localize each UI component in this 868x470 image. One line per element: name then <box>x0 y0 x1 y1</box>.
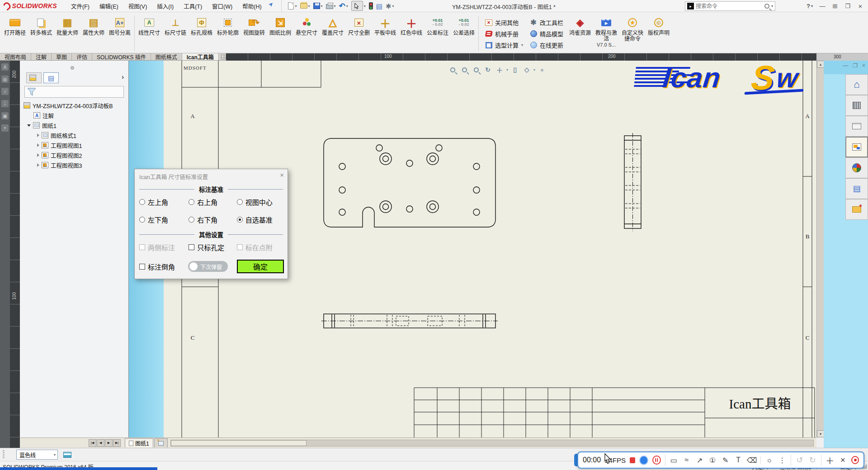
tree-filter-box[interactable] <box>24 86 124 98</box>
search-icon[interactable] <box>764 4 769 9</box>
number-split-button[interactable]: A+图号分离 <box>107 15 133 36</box>
maximize-button[interactable]: ⊞ <box>829 1 841 11</box>
spotlight-icon[interactable]: ☼ <box>765 456 774 464</box>
open-path-button[interactable]: 打开路径 <box>2 15 28 36</box>
file-explorer-tab[interactable] <box>845 116 868 137</box>
doc-restore-icon[interactable]: ❐ <box>853 62 858 69</box>
radio-icon[interactable] <box>189 217 194 223</box>
undo-button[interactable]: ↶▾ <box>338 1 349 11</box>
view-orientation-icon[interactable]: ◇ <box>522 65 532 74</box>
tab-sheet-format[interactable]: 图纸格式 <box>151 53 182 60</box>
checkbox-icon[interactable] <box>139 264 145 270</box>
stop-record-icon[interactable] <box>630 457 635 463</box>
balloon-tool-icon[interactable]: ◍ <box>1 76 9 83</box>
note-tool-icon[interactable]: A <box>1 63 9 71</box>
radio-top-left[interactable]: 左上角 <box>139 197 187 207</box>
redo-annotate-icon[interactable]: ↻ <box>808 455 817 465</box>
property-tab[interactable]: ▤ <box>43 72 59 83</box>
radio-custom-datum[interactable]: 自选基准 <box>237 215 285 224</box>
rebuild-button[interactable] <box>368 1 374 11</box>
floating-dim-button[interactable]: 悬空尺寸 <box>293 15 320 36</box>
expanded-arrow-icon[interactable] <box>27 124 31 127</box>
check-near-point[interactable]: 标在点附 <box>237 242 285 252</box>
line-style-dropdown[interactable]: 蓝色线▾ <box>16 450 58 460</box>
radio-view-center[interactable]: 视图中心 <box>237 197 285 207</box>
tab-sketch[interactable]: 草图 <box>52 53 72 60</box>
radio-bottom-right[interactable]: 右下角 <box>189 215 236 224</box>
pin-icon[interactable]: ➤ <box>267 0 279 12</box>
radio-selected-icon[interactable] <box>237 217 243 223</box>
tree-item-sheet-format1[interactable]: 图纸格式1 <box>20 130 128 140</box>
radio-icon[interactable] <box>139 217 145 223</box>
premium-models-button[interactable]: 精品模型 <box>528 28 565 39</box>
next-sheet-button[interactable]: ▶ <box>105 439 113 447</box>
radio-icon[interactable] <box>139 199 145 205</box>
more-options-icon[interactable]: ⋮ <box>778 456 787 465</box>
arrow-annotate-icon[interactable]: ↗ <box>695 456 704 465</box>
doc-close-icon[interactable]: × <box>862 62 865 69</box>
toggle-knob[interactable] <box>189 262 198 271</box>
linear-dim-button[interactable]: A线性尺寸 <box>136 15 162 36</box>
tree-item-drawing-view1[interactable]: 工程图视图1 <box>20 140 128 150</box>
scroll-up-icon[interactable]: ▲ <box>817 61 824 68</box>
move-toolbar-icon[interactable]: ＋ <box>826 454 835 466</box>
help-button[interactable]: ?▾ <box>804 1 816 11</box>
restore-button[interactable]: ❐ <box>842 1 854 11</box>
collapsed-arrow-icon[interactable] <box>37 133 39 137</box>
resources-tab[interactable]: ⌂ <box>845 74 868 95</box>
check-holes-only[interactable]: 只标孔定 <box>189 242 236 252</box>
pause-record-icon[interactable] <box>652 456 661 465</box>
tutorial-activate-button[interactable]: ▶教程与激活V7.0 S... <box>593 15 619 47</box>
radio-icon[interactable] <box>189 199 194 205</box>
pencil-annotate-icon[interactable]: ✎ <box>721 456 730 465</box>
tolerance-note-button[interactable]: +0.01- 0.02公差标注 <box>425 15 451 36</box>
custom-shortcut-button[interactable]: ★自定义快捷命令 <box>619 15 646 47</box>
checkbox-icon[interactable] <box>237 244 243 250</box>
outline-dim-button[interactable]: 标外轮廓 <box>215 15 241 36</box>
dialog-close-icon[interactable]: × <box>280 171 284 179</box>
text-annotate-icon[interactable]: T <box>734 456 743 464</box>
close-button[interactable]: × <box>854 1 866 11</box>
ok-button[interactable]: 确定 <box>237 260 284 273</box>
sheet-scale-button[interactable]: ⇲图纸比例 <box>267 15 293 36</box>
select-button[interactable]: ▾ <box>350 1 367 11</box>
collapsed-arrow-icon[interactable] <box>37 163 39 167</box>
save-button[interactable]: ▾ <box>312 1 324 11</box>
weld-symbol-tool-icon[interactable]: ⌶ <box>1 100 9 107</box>
search-input[interactable] <box>696 3 764 9</box>
pan-icon[interactable]: ＋ <box>495 65 505 74</box>
eraser-icon[interactable]: ⌫ <box>747 456 756 465</box>
custom-properties-tab[interactable]: ▤ <box>845 178 868 199</box>
checkbox-icon[interactable] <box>139 244 145 250</box>
property-master-button[interactable]: ▤属性大师 <box>80 15 107 36</box>
online-update-button[interactable]: 在线更新 <box>528 39 565 51</box>
toolbar-grip[interactable] <box>3 450 5 459</box>
plate-centerline-button[interactable]: ＋平板中线 <box>372 15 398 36</box>
zoom-inout-icon[interactable] <box>471 65 481 74</box>
open-button[interactable]: ▾ <box>299 1 311 11</box>
next-popup-toggle[interactable]: 下次弹窗 <box>188 261 228 272</box>
prev-sheet-button[interactable]: ◀ <box>97 439 104 447</box>
red-centerline-button[interactable]: ＋红色中线 <box>398 15 425 36</box>
forum-tab[interactable] <box>845 199 868 220</box>
view-palette-tab[interactable] <box>845 137 868 157</box>
radio-top-right[interactable]: 右上角 <box>189 197 236 207</box>
design-library-tab[interactable] <box>845 95 868 116</box>
menu-view[interactable]: 视图(V) <box>124 0 151 12</box>
tab-view-layout[interactable]: 视图布局 <box>0 53 31 60</box>
scroll-down-icon[interactable]: ▼ <box>817 430 824 437</box>
add-sheet-tab[interactable] <box>154 438 168 447</box>
menu-help[interactable]: 帮助(H) <box>238 0 265 12</box>
feature-tree-tab[interactable] <box>26 72 42 83</box>
menu-file[interactable]: 文件(F) <box>67 0 94 12</box>
radio-bottom-left[interactable]: 左下角 <box>139 215 187 224</box>
undo-annotate-icon[interactable]: ↺ <box>795 455 804 465</box>
new-document-button[interactable]: ▾ <box>287 1 297 11</box>
tree-root[interactable]: YM-ZSHLWTZZ-04-003浮动板B <box>20 100 128 110</box>
tree-item-annotations[interactable]: A注解 <box>20 110 128 120</box>
shape-annotate-icon[interactable]: ▭ <box>670 456 679 465</box>
delete-all-dims-button[interactable]: ×尺寸全删 <box>346 15 372 36</box>
override-dim-button[interactable]: △覆盖尺寸 <box>320 15 346 36</box>
tab-addins[interactable]: SOLIDWORKS 插件 <box>92 53 151 60</box>
tab-ican-toolbox[interactable]: Ican工具箱 <box>182 53 219 60</box>
